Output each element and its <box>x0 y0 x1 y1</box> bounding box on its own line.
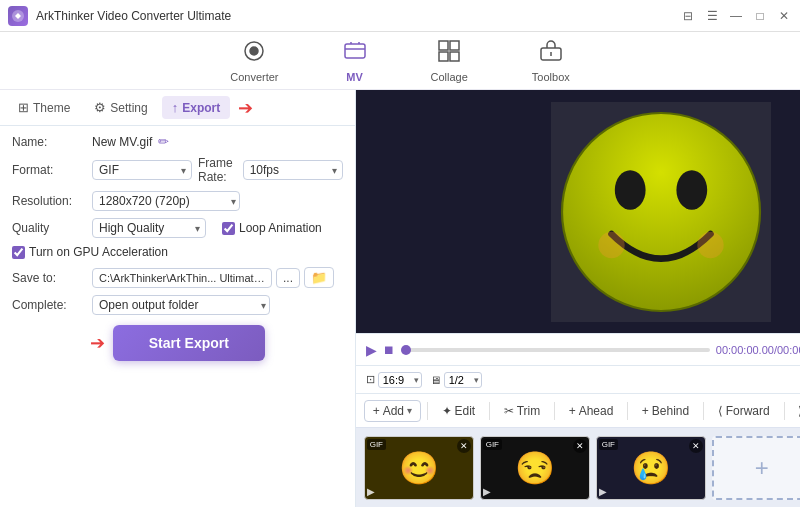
saveto-more-button[interactable]: ... <box>276 268 300 288</box>
svg-rect-3 <box>345 44 365 58</box>
behind-icon: + <box>642 404 649 418</box>
svg-point-10 <box>562 113 760 311</box>
collage-icon <box>437 39 461 68</box>
player-controls: ▶ ⏹ 00:00:00.00/00:00:15.00 🔊 Start Expo… <box>356 333 800 365</box>
nav-toolbox[interactable]: Toolbox <box>520 35 582 87</box>
settings-area: Name: New MV.gif ✏ Format: GIFMP4MOV Fra… <box>0 126 355 507</box>
name-row: Name: New MV.gif ✏ <box>12 134 343 149</box>
thumb-3-type: GIF <box>599 439 618 450</box>
saveto-label: Save to: <box>12 271 92 285</box>
complete-label: Complete: <box>12 298 92 312</box>
svg-rect-4 <box>439 41 448 50</box>
tab-arrow-indicator: ➔ <box>238 97 253 119</box>
resolution-select[interactable]: 1280x720 (720p)1920x1080 (1080p)854x480 … <box>92 191 240 211</box>
edit-button[interactable]: ✦ Edit <box>434 401 484 421</box>
progress-dot <box>401 345 411 355</box>
smiley-preview <box>551 102 771 322</box>
nav-converter[interactable]: Converter <box>218 35 290 87</box>
maximize-button[interactable]: □ <box>752 8 768 24</box>
ratio-controls: ⊡ 16:94:31:1 🖥 1/21/11/4 <box>356 365 800 393</box>
nav-toolbox-label: Toolbox <box>532 71 570 83</box>
tabs-bar: ⊞ Theme ⚙ Setting ↑ Export ➔ <box>0 90 355 126</box>
ratio-icon: ⊡ <box>366 373 375 386</box>
complete-row: Complete: Open output folderDo nothingSh… <box>12 295 343 315</box>
name-edit-icon[interactable]: ✏ <box>158 134 169 149</box>
bottom-toolbar: + Add ▾ ✦ Edit ✂ Trim + Ahead + Behi <box>356 393 800 427</box>
loop-animation-label: Loop Animation <box>239 221 322 235</box>
right-panel: ▶ ⏹ 00:00:00.00/00:00:15.00 🔊 Start Expo… <box>356 90 800 507</box>
thumb-3-delete[interactable]: ✕ <box>689 439 703 453</box>
saveto-folder-button[interactable]: 📁 <box>304 267 334 288</box>
gpu-checkbox[interactable] <box>12 246 25 259</box>
complete-select[interactable]: Open output folderDo nothingShut down <box>92 295 270 315</box>
progress-bar[interactable] <box>401 348 710 352</box>
thumb-1-delete[interactable]: ✕ <box>457 439 471 453</box>
thumbnail-3[interactable]: 😢 GIF ✕ ▶ <box>596 436 706 500</box>
format-select[interactable]: GIFMP4MOV <box>92 160 192 180</box>
complete-select-wrap[interactable]: Open output folderDo nothingShut down <box>92 295 272 315</box>
start-export-button[interactable]: Start Export <box>113 325 265 361</box>
window-controls: ⊟ ☰ — □ ✕ <box>680 8 792 24</box>
resolution-select-wrap[interactable]: 1280x720 (720p)1920x1080 (1080p)854x480 … <box>92 191 242 211</box>
thumbnail-2[interactable]: 😒 GIF ✕ ▶ <box>480 436 590 500</box>
preview-area <box>356 90 800 333</box>
top-nav: Converter MV Collage Toolbox <box>0 32 800 90</box>
thumb-2-play[interactable]: ▶ <box>483 486 491 497</box>
nav-mv[interactable]: MV <box>331 35 379 87</box>
trim-button[interactable]: ✂ Trim <box>496 401 549 421</box>
ratio-select[interactable]: 16:94:31:1 <box>378 372 422 388</box>
behind-button[interactable]: + Behind <box>634 401 697 421</box>
start-export-arrow: ➔ <box>90 332 105 354</box>
ahead-label: Ahead <box>579 404 614 418</box>
start-export-wrap: ➔ Start Export <box>12 325 343 361</box>
resolution-value-wrap: 1280x720 (720p)1920x1080 (1080p)854x480 … <box>92 191 343 211</box>
add-button[interactable]: + Add ▾ <box>364 400 421 422</box>
resolution-label: Resolution: <box>12 194 92 208</box>
tab-export-label: Export <box>182 101 220 115</box>
svg-point-2 <box>250 47 258 55</box>
thumb-3-emoji: 😢 <box>631 449 671 487</box>
close-button[interactable]: ✕ <box>776 8 792 24</box>
loop-animation-input[interactable] <box>222 222 235 235</box>
nav-converter-label: Converter <box>230 71 278 83</box>
svg-point-13 <box>599 231 625 257</box>
tab-export[interactable]: ↑ Export <box>162 96 231 119</box>
stop-button[interactable]: ⏹ <box>383 343 395 357</box>
current-time: 00:00:00.00 <box>716 344 774 356</box>
loop-animation-checkbox[interactable]: Loop Animation <box>222 221 322 235</box>
thumb-3-play[interactable]: ▶ <box>599 486 607 497</box>
edit-icon: ✦ <box>442 404 452 418</box>
left-panel: ⊞ Theme ⚙ Setting ↑ Export ➔ Name: New M… <box>0 90 356 507</box>
quality-select-wrap[interactable]: High QualityMedium QualityLow Quality <box>92 218 206 238</box>
framerate-select[interactable]: 10fps15fps24fps30fps <box>243 160 343 180</box>
chat-button[interactable]: ⊟ <box>680 8 696 24</box>
forward-button[interactable]: ⟨ Forward <box>710 401 778 421</box>
quality-row: Quality High QualityMedium QualityLow Qu… <box>12 218 343 238</box>
nav-collage-label: Collage <box>431 71 468 83</box>
minimize-button[interactable]: — <box>728 8 744 24</box>
tab-theme[interactable]: ⊞ Theme <box>8 96 80 119</box>
trim-label: Trim <box>517 404 541 418</box>
format-label: Format: <box>12 163 92 177</box>
backward-button[interactable]: ⟩ Backward <box>790 401 800 421</box>
ahead-button[interactable]: + Ahead <box>561 401 622 421</box>
play-button[interactable]: ▶ <box>366 342 377 358</box>
setting-tab-icon: ⚙ <box>94 100 106 115</box>
svg-rect-6 <box>439 52 448 61</box>
thumb-1-play[interactable]: ▶ <box>367 486 375 497</box>
tab-setting[interactable]: ⚙ Setting <box>84 96 157 119</box>
toolbox-icon <box>539 39 563 68</box>
thumb-2-delete[interactable]: ✕ <box>573 439 587 453</box>
thumbnail-1[interactable]: 😊 GIF ✕ ▶ <box>364 436 474 500</box>
behind-label: Behind <box>652 404 689 418</box>
tab-theme-label: Theme <box>33 101 70 115</box>
quality-select[interactable]: High QualityMedium QualityLow Quality <box>92 218 206 238</box>
add-thumbnail-button[interactable]: + <box>712 436 800 500</box>
nav-collage[interactable]: Collage <box>419 35 480 87</box>
framerate-select-wrap[interactable]: 10fps15fps24fps30fps <box>243 160 343 180</box>
scale-select[interactable]: 1/21/11/4 <box>444 372 482 388</box>
ahead-icon: + <box>569 404 576 418</box>
svg-rect-5 <box>450 41 459 50</box>
menu-button[interactable]: ☰ <box>704 8 720 24</box>
format-select-wrap[interactable]: GIFMP4MOV <box>92 160 192 180</box>
